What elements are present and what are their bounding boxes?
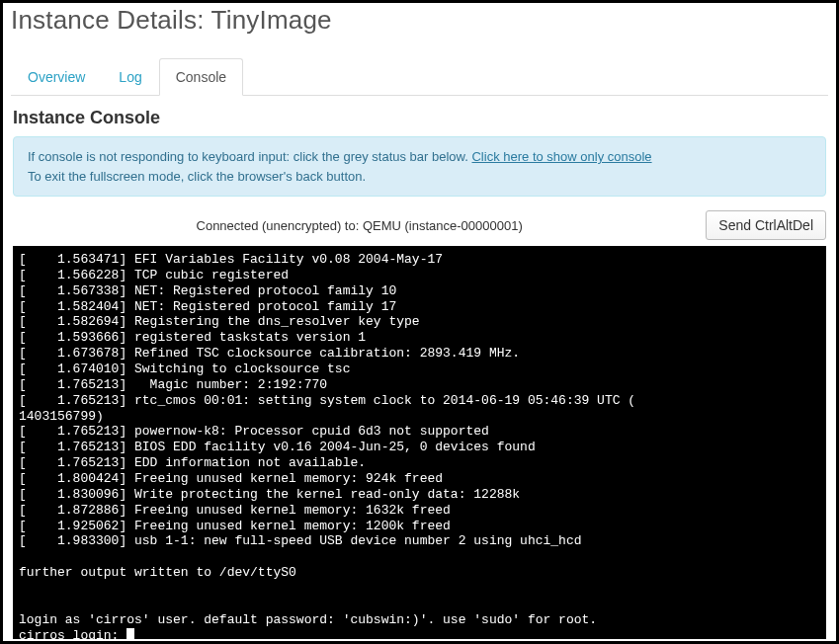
tabs: Overview Log Console [11,57,828,96]
terminal-line: [ 1.593666] registered taskstats version… [13,330,826,346]
terminal-line [13,549,826,565]
terminal-line [13,581,826,597]
terminal-line: [ 1.582694] Registering the dns_resolver… [13,314,826,330]
terminal-line: [ 1.765213] BIOS EDD facility v0.16 2004… [13,440,826,455]
console-status-row: Connected (unencrypted) to: QEMU (instan… [13,210,826,240]
tab-overview[interactable]: Overview [11,58,102,96]
terminal-line: [ 1.872886] Freeing unused kernel memory… [13,503,826,519]
terminal-line [13,597,826,612]
terminal-line: [ 1.983300] usb 1-1: new full-speed USB … [13,533,826,549]
show-only-console-link[interactable]: Click here to show only console [471,149,651,164]
terminal-line: [ 1.765213] Magic number: 2:192:770 [13,377,826,393]
alert-text-2: To exit the fullscreen mode, click the b… [28,169,366,184]
terminal-line: [ 1.765213] EDD information not availabl… [13,455,826,471]
terminal-line: further output written to /dev/ttyS0 [13,565,826,581]
terminal-line: login as 'cirros' user. default password… [13,612,826,628]
terminal-line: [ 1.582404] NET: Registered protocol fam… [13,299,826,315]
terminal-line: [ 1.765213] rtc_cmos 00:01: setting syst… [13,393,826,409]
terminal-line: [ 1.830096] Write protecting the kernel … [13,487,826,503]
alert-text-1: If console is not responding to keyboard… [28,149,471,164]
terminal-line: [ 1.673678] Refined TSC clocksource cali… [13,346,826,362]
terminal-line: [ 1.765213] powernow-k8: Processor cpuid… [13,424,826,440]
terminal-line: 1403156799) [13,409,826,425]
terminal-line: [ 1.566228] TCP cubic registered [13,268,826,283]
terminal-line: [ 1.925062] Freeing unused kernel memory… [13,519,826,534]
terminal-line: [ 1.674010] Switching to clocksource tsc [13,362,826,377]
terminal-line: [ 1.563471] EFI Variables Facility v0.08… [13,252,826,268]
console-status-bar[interactable]: Connected (unencrypted) to: QEMU (instan… [13,218,706,233]
console-section-title: Instance Console [3,96,836,136]
console-terminal[interactable]: [ 1.563471] EFI Variables Facility v0.08… [13,246,826,639]
terminal-line: cirros login: [13,628,826,639]
send-ctrlaltdel-button[interactable]: Send CtrlAltDel [706,210,826,240]
terminal-cursor [126,628,134,639]
tab-console[interactable]: Console [159,58,243,96]
console-alert: If console is not responding to keyboard… [13,136,826,197]
tab-log[interactable]: Log [102,58,158,96]
terminal-line: [ 1.567338] NET: Registered protocol fam… [13,283,826,299]
terminal-line: [ 1.800424] Freeing unused kernel memory… [13,471,826,487]
page-title: Instance Details: TinyImage [3,3,836,47]
